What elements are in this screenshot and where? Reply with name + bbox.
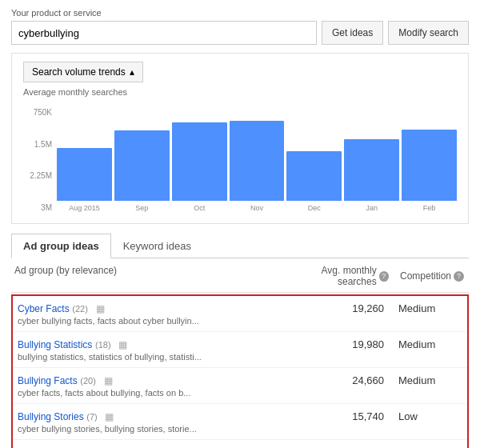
search-row: Get ideas Modify search [11, 21, 469, 45]
bar-0[interactable] [57, 148, 112, 201]
row-adgroup-title-0[interactable]: Cyber Facts [18, 303, 70, 314]
row-monthly-3: 15,740 [283, 410, 387, 422]
dropdown-label: Search volume trends [32, 66, 126, 78]
y-tick-750k: 750K [23, 108, 52, 117]
bar-3[interactable] [230, 121, 285, 201]
table-section: Ad group (by relevance) Avg. monthly sea… [11, 258, 469, 448]
table-row: Cyber Facts (22) ▦ cyber bullying facts,… [13, 296, 467, 332]
row-competition-2: Medium [387, 374, 467, 386]
row-chart-icon-2[interactable]: ▦ [104, 375, 115, 386]
bar-4[interactable] [286, 151, 342, 201]
bar-1[interactable] [114, 130, 170, 201]
row-chart-icon-1[interactable]: ▦ [118, 339, 130, 350]
row-keywords-0: cyber bullying facts, facts about cyber … [18, 316, 234, 326]
top-section: Your product or service Get ideas Modify… [0, 0, 480, 45]
competition-info-icon[interactable]: ? [454, 271, 464, 282]
table-rows-container: Cyber Facts (22) ▦ cyber bullying facts,… [11, 294, 469, 448]
bar-group-4: Dec [286, 151, 342, 212]
row-adgroup-title-3[interactable]: Bullying Stories [18, 411, 84, 422]
bar-label-6: Feb [423, 204, 436, 212]
row-adgroup-count-3: (7) [86, 412, 97, 422]
row-adgroup-count-1: (18) [95, 340, 111, 350]
table-header: Ad group (by relevance) Avg. monthly sea… [11, 258, 469, 293]
tab-keyword-ideas[interactable]: Keyword ideas [111, 234, 203, 258]
row-keywords-3: cyber bullying stories, bullying stories… [18, 424, 234, 434]
row-chart-icon-0[interactable]: ▦ [96, 303, 107, 314]
y-tick-15m: 1.5M [23, 140, 52, 149]
row-adgroup-2: Bullying Facts (20) ▦ cyber facts, facts… [14, 374, 283, 398]
bar-group-0: Aug 2015 [57, 148, 112, 212]
dropdown-arrow-icon: ▴ [130, 66, 134, 78]
chart-section: Search volume trends ▴ Average monthly s… [11, 53, 469, 224]
get-ideas-button[interactable]: Get ideas [322, 21, 383, 45]
row-adgroup-3: Bullying Stories (7) ▦ cyber bullying st… [14, 410, 283, 434]
y-tick-225m: 2.25M [23, 171, 52, 180]
row-monthly-1: 19,980 [283, 338, 387, 350]
search-volume-trends-dropdown[interactable]: Search volume trends ▴ [23, 62, 143, 82]
y-tick-3m: 3M [23, 203, 52, 212]
row-adgroup-count-2: (20) [80, 376, 96, 386]
row-keywords-2: cyber facts, facts about bullying, facts… [18, 388, 234, 398]
bar-label-0: Aug 2015 [69, 204, 100, 212]
bar-label-4: Dec [308, 204, 321, 212]
row-competition-1: Medium [387, 338, 467, 350]
row-competition-3: Low [387, 410, 467, 422]
row-chart-icon-3[interactable]: ▦ [105, 411, 116, 422]
row-adgroup-title-1[interactable]: Bullying Statistics [18, 339, 92, 350]
chart-controls: Search volume trends ▴ [23, 62, 457, 82]
col-header-monthly: Avg. monthly searches ? [285, 265, 389, 287]
bar-5[interactable] [344, 139, 399, 201]
row-adgroup-count-0: (22) [72, 304, 88, 314]
bar-6[interactable] [402, 130, 457, 201]
bar-group-6: Feb [402, 130, 457, 212]
modify-search-button[interactable]: Modify search [388, 21, 469, 45]
product-label: Your product or service [11, 8, 469, 18]
monthly-info-icon[interactable]: ? [379, 271, 389, 282]
row-adgroup-0: Cyber Facts (22) ▦ cyber bullying facts,… [14, 302, 283, 326]
row-competition-0: Medium [387, 302, 467, 314]
y-axis: 3M 2.25M 1.5M 750K [23, 108, 57, 212]
bar-label-5: Jan [366, 204, 378, 212]
bars-container: Aug 2015SepOctNovDecJanFeb [57, 108, 457, 212]
row-adgroup-1: Bullying Statistics (18) ▦ bullying stat… [14, 338, 283, 362]
row-monthly-0: 19,260 [283, 302, 387, 314]
bar-group-1: Sep [114, 130, 170, 212]
highlighted-rows-wrapper: Cyber Facts (22) ▦ cyber bullying facts,… [11, 294, 469, 448]
bar-2[interactable] [172, 122, 227, 201]
search-input[interactable] [11, 21, 317, 45]
row-keywords-1: bullying statistics, statistics of bully… [18, 352, 234, 362]
row-adgroup-title-2[interactable]: Bullying Facts [18, 375, 78, 386]
bar-label-3: Nov [250, 204, 263, 212]
bar-label-2: Oct [194, 204, 205, 212]
tabs-section: Ad group ideas Keyword ideas [11, 234, 469, 258]
bar-group-3: Nov [230, 121, 285, 212]
table-row: Bullying Facts (20) ▦ cyber facts, facts… [13, 368, 467, 404]
chart-inner: 3M 2.25M 1.5M 750K Aug 2015SepOctNovDecJ… [23, 100, 457, 212]
bar-group-5: Jan [344, 139, 399, 212]
chart-y-axis-label: Average monthly searches [23, 87, 457, 97]
table-row: Cyber Statistics (25) ▦ cyber bullying s… [13, 440, 467, 448]
col-header-adgroup: Ad group (by relevance) [11, 265, 285, 287]
table-row: Bullying Statistics (18) ▦ bullying stat… [13, 332, 467, 368]
col-header-competition: Competition ? [389, 265, 469, 287]
tab-ad-group-ideas[interactable]: Ad group ideas [11, 234, 111, 258]
row-monthly-2: 24,660 [283, 374, 387, 386]
bar-group-2: Oct [172, 122, 227, 212]
bar-label-1: Sep [135, 204, 148, 212]
table-row: Bullying Stories (7) ▦ cyber bullying st… [13, 404, 467, 440]
